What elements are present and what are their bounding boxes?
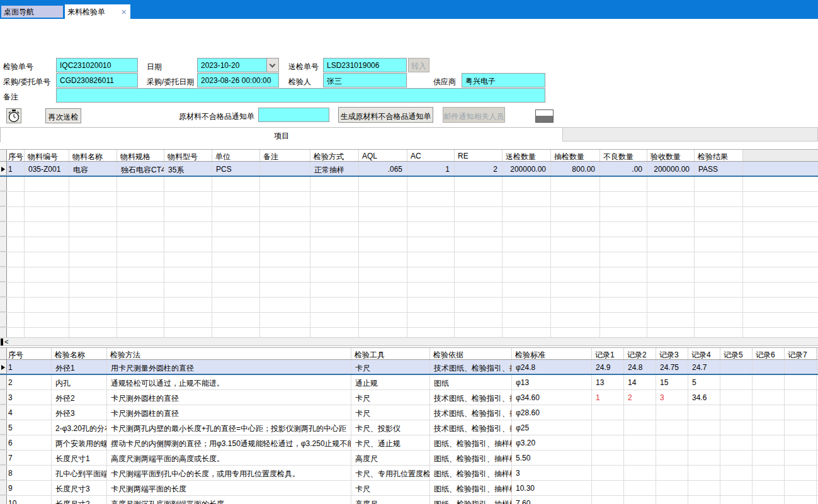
table-cell[interactable] xyxy=(753,466,785,480)
table-cell[interactable]: φ13 xyxy=(512,375,592,389)
table-cell[interactable] xyxy=(310,252,359,267)
table-cell[interactable]: 15 xyxy=(656,375,688,389)
table-cell[interactable] xyxy=(117,283,164,297)
table-cell[interactable] xyxy=(260,298,310,312)
table-cell[interactable] xyxy=(69,177,117,191)
table-cell[interactable] xyxy=(25,328,69,337)
table-cell[interactable]: 1 xyxy=(7,162,25,176)
table-cell[interactable] xyxy=(720,360,753,374)
tab-incoming-inspection[interactable]: 来料检验单 × xyxy=(65,4,130,19)
table-cell[interactable] xyxy=(310,267,359,282)
supplier-field[interactable]: 粤兴电子 xyxy=(462,73,545,87)
table-cell[interactable] xyxy=(785,451,817,465)
scrollbar-thumb[interactable] xyxy=(1,339,3,345)
table-cell[interactable] xyxy=(164,207,212,221)
column-header[interactable]: 检验标准 xyxy=(512,348,592,359)
table-cell[interactable] xyxy=(656,435,688,450)
table-cell[interactable]: 3 xyxy=(512,466,592,480)
table-cell[interactable]: 正常抽样 xyxy=(310,162,359,176)
column-header[interactable]: 记录6 xyxy=(753,348,785,359)
purchase-no-field[interactable]: CGD230826011 xyxy=(56,73,138,87)
table-cell[interactable] xyxy=(7,267,25,282)
table-cell[interactable] xyxy=(25,252,69,267)
table-cell[interactable]: 200000.00 xyxy=(647,162,695,176)
table-cell[interactable] xyxy=(407,267,455,282)
table-cell[interactable] xyxy=(7,313,25,327)
table-cell[interactable] xyxy=(455,252,503,267)
column-header[interactable]: 检验方法 xyxy=(107,348,351,359)
table-cell[interactable] xyxy=(25,283,69,297)
table-cell[interactable] xyxy=(720,375,753,389)
table-cell[interactable] xyxy=(503,192,551,206)
table-cell[interactable] xyxy=(407,207,455,221)
empty-row[interactable] xyxy=(0,283,818,298)
table-cell[interactable]: 摆动卡尺的内侧脚测的直径；用φ3.150通规能轻松通过，φ3.250止规不能通过 xyxy=(107,435,351,450)
table-cell[interactable] xyxy=(695,328,743,337)
table-cell[interactable]: 图纸、检验指引、抽样检验 xyxy=(430,435,512,450)
table-cell[interactable]: 卡尺 xyxy=(351,390,430,405)
empty-row[interactable] xyxy=(0,267,818,283)
table-cell[interactable]: φ25 xyxy=(512,420,592,435)
table-cell[interactable]: φ3.20 xyxy=(512,435,592,450)
table-cell[interactable] xyxy=(551,298,600,312)
table-cell[interactable] xyxy=(455,192,503,206)
empty-row[interactable] xyxy=(0,207,818,222)
column-header[interactable]: 单位 xyxy=(212,150,260,161)
table-cell[interactable] xyxy=(69,207,117,221)
table-cell[interactable]: 独石电容CT4 xyxy=(117,162,164,176)
table-cell[interactable] xyxy=(600,283,647,297)
table-cell[interactable] xyxy=(551,328,600,337)
column-header[interactable]: 检验结果 xyxy=(695,150,743,161)
table-cell[interactable] xyxy=(7,177,25,191)
table-row[interactable]: 9长度尺寸3卡尺测两端平面的长度卡尺图纸、检验指引、抽样检验10.30 xyxy=(0,481,818,496)
table-cell[interactable]: 图纸 xyxy=(430,375,512,389)
table-cell[interactable] xyxy=(688,481,720,495)
table-cell[interactable] xyxy=(407,222,455,237)
table-cell[interactable] xyxy=(600,252,647,267)
table-cell[interactable]: 卡尺 xyxy=(351,360,430,374)
table-cell[interactable]: 7 xyxy=(7,451,52,465)
table-cell[interactable]: 电容 xyxy=(69,162,117,176)
table-cell[interactable] xyxy=(212,267,260,282)
table-cell[interactable]: φ24.8 xyxy=(512,360,592,374)
column-header[interactable]: 抽检数量 xyxy=(551,150,600,161)
column-header[interactable]: 记录3 xyxy=(656,348,688,359)
table-cell[interactable] xyxy=(695,222,743,237)
table-cell[interactable] xyxy=(785,420,817,435)
table-cell[interactable] xyxy=(455,177,503,191)
table-cell[interactable]: 035-Z001 xyxy=(25,162,69,176)
table-cell[interactable] xyxy=(212,328,260,337)
resend-inspection-button[interactable]: 再次送检 xyxy=(45,108,81,123)
table-cell[interactable] xyxy=(753,375,785,389)
table-cell[interactable] xyxy=(785,435,817,450)
table-cell[interactable] xyxy=(25,222,69,237)
table-cell[interactable] xyxy=(551,192,600,206)
table-cell[interactable]: 外径2 xyxy=(52,390,107,405)
table-cell[interactable] xyxy=(69,298,117,312)
table-cell[interactable]: 图纸、检验指引、抽样检验 xyxy=(430,466,512,480)
column-header[interactable]: 物料名称 xyxy=(69,150,117,161)
table-cell[interactable] xyxy=(117,267,164,282)
table-cell[interactable] xyxy=(785,466,817,480)
table-cell[interactable] xyxy=(503,313,551,327)
table-cell[interactable]: 13 xyxy=(592,375,624,389)
column-header[interactable]: 序号 xyxy=(7,348,52,359)
empty-row[interactable] xyxy=(0,328,818,337)
table-cell[interactable] xyxy=(164,222,212,237)
table-cell[interactable] xyxy=(753,405,785,420)
table-cell[interactable] xyxy=(7,283,25,297)
table-cell[interactable] xyxy=(695,283,743,297)
column-header[interactable]: 序号 xyxy=(7,150,25,161)
table-cell[interactable] xyxy=(310,313,359,327)
table-cell[interactable] xyxy=(647,222,695,237)
table-cell[interactable] xyxy=(164,298,212,312)
table-cell[interactable] xyxy=(592,420,624,435)
table-cell[interactable] xyxy=(624,481,656,495)
table-row[interactable]: 1035-Z001电容独石电容CT435系PCS正常抽样.06512200000… xyxy=(0,162,818,177)
table-cell[interactable]: 长度尺寸3 xyxy=(52,481,107,495)
table-cell[interactable] xyxy=(310,328,359,337)
table-cell[interactable]: 技术图纸、检验指引、抽样 xyxy=(430,420,512,435)
table-cell[interactable] xyxy=(212,298,260,312)
table-cell[interactable] xyxy=(503,207,551,221)
table-cell[interactable]: 卡尺测两端平面的长度 xyxy=(107,481,351,495)
